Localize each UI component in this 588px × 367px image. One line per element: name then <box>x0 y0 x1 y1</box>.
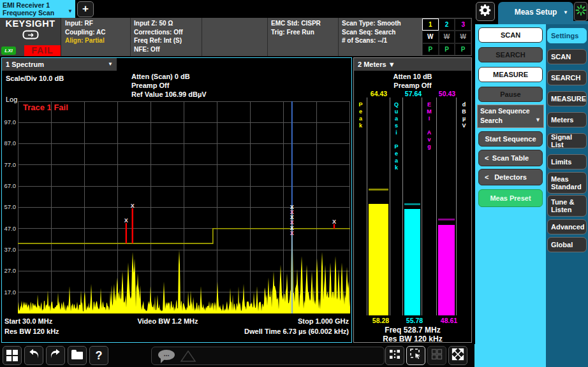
scale-div-readout: Scale/Div 10.0 dB <box>6 75 64 82</box>
fullscreen-button[interactable] <box>448 346 467 365</box>
trace-1-number[interactable]: 1 <box>422 18 439 31</box>
meas-preset-button[interactable]: Meas Preset <box>478 189 543 207</box>
emi-avg-meter-bar <box>437 97 457 315</box>
menu-tab-meas-standard[interactable]: Meas Standard <box>547 172 587 194</box>
status-corrections: Corrections: Off <box>134 28 198 37</box>
chevron-left-icon: < <box>485 169 489 185</box>
atten-readout: Atten (Scan) 0 dB <box>131 72 207 81</box>
chevron-left-icon: < <box>485 150 489 166</box>
folder-icon <box>71 352 83 359</box>
status-scan-type: Scan Type: Smooth <box>342 19 418 28</box>
y-tick: 27.0 <box>2 267 16 274</box>
measurement-tab-line1: EMI Receiver 1 <box>3 1 66 9</box>
log-scale-label: Log <box>6 96 17 103</box>
y-tick: 77.0 <box>2 161 16 168</box>
menu-footer <box>546 344 588 367</box>
redo-button[interactable] <box>46 346 65 365</box>
qp-current-value: 55.78 <box>404 317 425 324</box>
menu-tab-settings[interactable]: Settings <box>547 28 587 43</box>
add-tab-button[interactable]: + <box>77 1 94 17</box>
peak-meter-label: Peak <box>358 101 364 129</box>
layout-config-button[interactable] <box>385 346 404 365</box>
spectrum-window: 1 Spectrum ▼ Scale/Div 10.0 dB Atten (Sc… <box>1 57 352 343</box>
measure-button[interactable]: MEASURE <box>478 67 543 82</box>
status-input: Input: RF <box>65 19 127 28</box>
status-col-emc[interactable]: EMC Std: CISPR Trig: Free Run <box>268 18 339 56</box>
undo-icon <box>27 348 40 363</box>
annotation-bar[interactable]: ... <box>151 347 385 365</box>
trace-3-number[interactable]: 3 <box>455 18 471 31</box>
trace-table[interactable]: 1 2 3 W W W P P P <box>422 18 472 56</box>
menu-tab-tune-listen[interactable]: Tune & Listen <box>547 195 587 217</box>
trace-2-pass[interactable]: P <box>439 43 455 55</box>
chevron-down-icon: ▼ <box>388 61 395 68</box>
menu-tab-search[interactable]: SEARCH <box>547 70 587 85</box>
trace-3-pass[interactable]: P <box>455 43 471 55</box>
menu-tab-meters[interactable]: Meters <box>547 112 587 127</box>
dwell-time-readout: Dwell Time 6.73 µs (60.002 kHz) <box>244 327 349 335</box>
status-emc-std: EMC Std: CISPR <box>271 19 335 28</box>
meters-window-dropdown[interactable]: 2 Meters ▼ <box>354 58 471 71</box>
trace-1-detector[interactable]: W <box>422 31 439 43</box>
file-open-button[interactable] <box>68 346 87 365</box>
status-input-z: Input Z: 50 Ω <box>134 19 198 28</box>
trace-3-detector[interactable]: W <box>455 31 471 43</box>
y-tick: 57.0 <box>2 203 16 210</box>
scan-table-label: Scan Table <box>492 154 529 162</box>
settings-gear-button[interactable] <box>476 2 495 21</box>
help-button[interactable]: ? <box>89 346 108 365</box>
menu-title-label: Meas Setup <box>515 8 557 17</box>
undo-button[interactable] <box>24 346 43 365</box>
spectrum-window-dropdown[interactable]: 1 Spectrum ▼ <box>2 58 117 71</box>
qp-bar-fill <box>404 209 420 315</box>
scan-button[interactable]: SCAN <box>478 27 543 43</box>
peak-max-value: 64.43 <box>368 90 390 97</box>
spectrum-plot[interactable]: XXXXXXXXX <box>18 101 350 313</box>
trace-2-number[interactable]: 2 <box>439 18 455 31</box>
peak-bar-fill <box>369 204 388 315</box>
fail-status-badge: FAIL <box>24 45 61 56</box>
chat-bubble-icon[interactable]: ... <box>158 350 175 360</box>
pause-button[interactable]: Pause <box>478 87 543 102</box>
status-col-input[interactable]: Input: RF Coupling: AC Align: Partial <box>62 18 131 56</box>
meters-annotations: Atten 10 dB Preamp Off <box>354 72 471 90</box>
status-coupling: Coupling: AC <box>65 28 127 37</box>
menu-tab-global[interactable]: Global <box>547 237 587 252</box>
scan-sequence-dropdown[interactable]: Scan Sequence Search ▼ <box>477 104 544 128</box>
status-col-scan[interactable]: Scan Type: Smooth Scan Seq: Search # of … <box>339 18 422 56</box>
emi-current-value: 48.61 <box>438 317 460 324</box>
grid-layout-button[interactable] <box>427 346 446 365</box>
trace-1-pass[interactable]: P <box>422 43 439 55</box>
scan-table-button[interactable]: < Scan Table <box>478 150 543 166</box>
detectors-button[interactable]: < Detectors <box>478 169 543 185</box>
meters-freq-readout: Freq 528.7 MHz <box>354 326 471 335</box>
menu-tab-signal-list[interactable]: Signal List <box>547 133 587 148</box>
chevron-down-icon: ▼ <box>535 115 541 125</box>
redo-icon <box>49 348 62 363</box>
search-button[interactable]: SEARCH <box>478 47 543 62</box>
menu-tab-advanced[interactable]: Advanced <box>547 219 587 234</box>
trace-2-detector[interactable]: W <box>439 31 455 43</box>
start-sequence-button[interactable]: Start Sequence <box>478 131 543 147</box>
busy-spinner-button[interactable] <box>574 2 587 21</box>
select-window-button[interactable] <box>406 346 425 365</box>
quasi-peak-meter-bar <box>403 97 422 315</box>
triangle-icon[interactable] <box>180 349 196 363</box>
measurement-tab-line2: Frequency Scan <box>3 9 66 17</box>
qp-maxhold-line <box>404 203 420 205</box>
status-col-inputz[interactable]: Input Z: 50 Ω Corrections: Off Freq Ref:… <box>131 18 202 56</box>
chevron-down-icon: ▼ <box>563 2 568 23</box>
menu-tab-measure[interactable]: MEASURE <box>547 91 587 106</box>
status-scan-seq: Scan Seq: Search <box>342 28 418 37</box>
message-bubble-icon[interactable] <box>0 30 61 43</box>
menu-tab-limits[interactable]: Limits <box>547 154 587 169</box>
menu-title-tab[interactable]: Meas Setup ▼ <box>498 2 573 23</box>
measurement-tab[interactable]: EMI Receiver 1 Frequency Scan ▼ <box>0 0 75 18</box>
emi-bar-fill <box>438 225 455 315</box>
menu-tab-scan[interactable]: SCAN <box>547 49 587 64</box>
y-tick: 87.0 <box>2 140 16 147</box>
keysight-logo: KEYSIGHT <box>0 18 61 29</box>
windows-start-button[interactable] <box>3 346 22 365</box>
status-nfe: NFE: Off <box>134 45 198 54</box>
svg-text:X: X <box>124 217 128 224</box>
